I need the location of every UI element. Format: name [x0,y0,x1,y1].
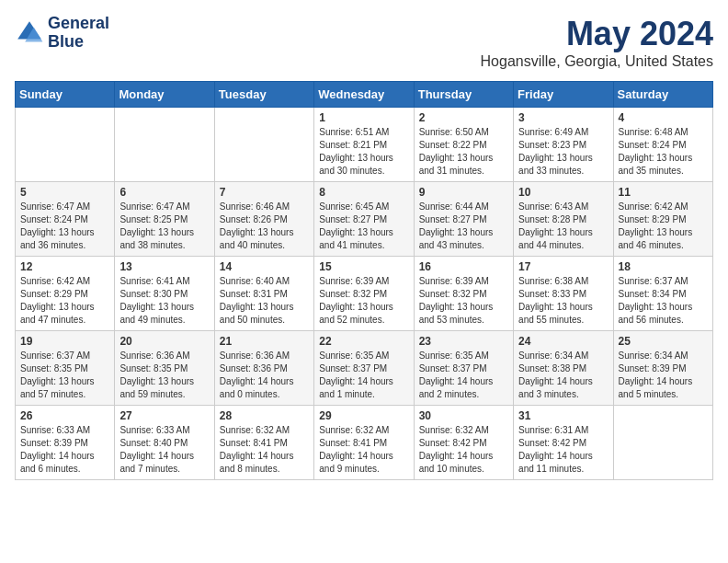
day-info: Sunrise: 6:39 AM Sunset: 8:32 PM Dayligh… [419,275,508,327]
day-info: Sunrise: 6:36 AM Sunset: 8:35 PM Dayligh… [119,350,209,401]
day-number: 6 [119,186,209,199]
calendar-cell: 6Sunrise: 6:47 AM Sunset: 8:25 PM Daylig… [115,182,214,257]
calendar-cell: 31Sunrise: 6:31 AM Sunset: 8:42 PM Dayli… [514,406,613,480]
calendar-cell: 26Sunrise: 6:33 AM Sunset: 8:39 PM Dayli… [16,406,115,480]
day-number: 14 [220,260,309,273]
title-section: May 2024 Hogansville, Georgia, United St… [481,15,713,70]
day-info: Sunrise: 6:49 AM Sunset: 8:23 PM Dayligh… [518,126,608,178]
calendar-cell: 17Sunrise: 6:38 AM Sunset: 8:33 PM Dayli… [514,257,613,331]
calendar-cell: 1Sunrise: 6:51 AM Sunset: 8:21 PM Daylig… [314,108,414,182]
calendar-cell: 28Sunrise: 6:32 AM Sunset: 8:41 PM Dayli… [214,406,313,480]
day-number: 29 [319,409,408,422]
calendar-cell: 21Sunrise: 6:36 AM Sunset: 8:36 PM Dayli… [214,331,313,406]
day-info: Sunrise: 6:40 AM Sunset: 8:31 PM Dayligh… [220,275,309,327]
day-number: 7 [220,186,309,199]
calendar-cell [613,406,712,480]
day-info: Sunrise: 6:44 AM Sunset: 8:27 PM Dayligh… [419,201,508,252]
day-info: Sunrise: 6:47 AM Sunset: 8:25 PM Dayligh… [119,201,209,252]
calendar-cell: 18Sunrise: 6:37 AM Sunset: 8:34 PM Dayli… [613,257,712,331]
day-info: Sunrise: 6:37 AM Sunset: 8:34 PM Dayligh… [619,275,708,327]
day-info: Sunrise: 6:35 AM Sunset: 8:37 PM Dayligh… [319,350,408,401]
day-number: 8 [319,186,408,199]
day-info: Sunrise: 6:33 AM Sunset: 8:40 PM Dayligh… [119,424,209,476]
day-info: Sunrise: 6:42 AM Sunset: 8:29 PM Dayligh… [20,275,109,327]
day-info: Sunrise: 6:34 AM Sunset: 8:39 PM Dayligh… [619,350,708,401]
logo-text: General Blue [48,15,109,52]
calendar-cell: 2Sunrise: 6:50 AM Sunset: 8:22 PM Daylig… [414,108,513,182]
weekday-header: Wednesday [314,82,414,108]
day-number: 25 [619,335,708,348]
calendar-cell: 14Sunrise: 6:40 AM Sunset: 8:31 PM Dayli… [214,257,313,331]
day-number: 21 [220,335,309,348]
day-number: 16 [419,260,508,273]
calendar-cell [115,108,214,182]
calendar-cell: 25Sunrise: 6:34 AM Sunset: 8:39 PM Dayli… [613,331,712,406]
day-info: Sunrise: 6:32 AM Sunset: 8:41 PM Dayligh… [319,424,408,476]
day-info: Sunrise: 6:32 AM Sunset: 8:41 PM Dayligh… [220,424,309,476]
logo-icon [15,18,44,48]
calendar-cell: 7Sunrise: 6:46 AM Sunset: 8:26 PM Daylig… [214,182,313,257]
calendar-cell: 16Sunrise: 6:39 AM Sunset: 8:32 PM Dayli… [414,257,513,331]
day-info: Sunrise: 6:38 AM Sunset: 8:33 PM Dayligh… [518,275,608,327]
day-info: Sunrise: 6:45 AM Sunset: 8:27 PM Dayligh… [319,201,408,252]
calendar-week-row: 19Sunrise: 6:37 AM Sunset: 8:35 PM Dayli… [16,331,713,406]
day-number: 20 [119,335,209,348]
day-number: 22 [319,335,408,348]
day-info: Sunrise: 6:36 AM Sunset: 8:36 PM Dayligh… [220,350,309,401]
calendar-week-row: 5Sunrise: 6:47 AM Sunset: 8:24 PM Daylig… [16,182,713,257]
calendar-cell: 9Sunrise: 6:44 AM Sunset: 8:27 PM Daylig… [414,182,513,257]
logo: General Blue [15,15,109,52]
calendar-cell: 29Sunrise: 6:32 AM Sunset: 8:41 PM Dayli… [314,406,414,480]
day-number: 28 [220,409,309,422]
calendar-cell: 10Sunrise: 6:43 AM Sunset: 8:28 PM Dayli… [514,182,613,257]
calendar-cell: 19Sunrise: 6:37 AM Sunset: 8:35 PM Dayli… [16,331,115,406]
calendar-cell: 12Sunrise: 6:42 AM Sunset: 8:29 PM Dayli… [16,257,115,331]
calendar-cell: 23Sunrise: 6:35 AM Sunset: 8:37 PM Dayli… [414,331,513,406]
weekday-header: Monday [115,82,214,108]
day-info: Sunrise: 6:50 AM Sunset: 8:22 PM Dayligh… [419,126,508,178]
day-number: 11 [619,186,708,199]
day-number: 4 [619,111,708,124]
weekday-header: Friday [514,82,613,108]
weekday-header: Sunday [16,82,115,108]
day-info: Sunrise: 6:47 AM Sunset: 8:24 PM Dayligh… [20,201,109,252]
calendar-cell: 13Sunrise: 6:41 AM Sunset: 8:30 PM Dayli… [115,257,214,331]
calendar-cell: 27Sunrise: 6:33 AM Sunset: 8:40 PM Dayli… [115,406,214,480]
day-number: 9 [419,186,508,199]
calendar-week-row: 26Sunrise: 6:33 AM Sunset: 8:39 PM Dayli… [16,406,713,480]
month-title: May 2024 [481,15,713,53]
calendar-week-row: 1Sunrise: 6:51 AM Sunset: 8:21 PM Daylig… [16,108,713,182]
day-number: 26 [20,409,109,422]
day-number: 17 [518,260,608,273]
day-info: Sunrise: 6:43 AM Sunset: 8:28 PM Dayligh… [518,201,608,252]
day-info: Sunrise: 6:35 AM Sunset: 8:37 PM Dayligh… [419,350,508,401]
day-number: 10 [518,186,608,199]
day-number: 30 [419,409,508,422]
day-number: 1 [319,111,408,124]
weekday-header: Saturday [613,82,712,108]
calendar-cell: 4Sunrise: 6:48 AM Sunset: 8:24 PM Daylig… [613,108,712,182]
day-info: Sunrise: 6:41 AM Sunset: 8:30 PM Dayligh… [119,275,209,327]
calendar-cell: 3Sunrise: 6:49 AM Sunset: 8:23 PM Daylig… [514,108,613,182]
calendar-cell: 24Sunrise: 6:34 AM Sunset: 8:38 PM Dayli… [514,331,613,406]
calendar-cell: 15Sunrise: 6:39 AM Sunset: 8:32 PM Dayli… [314,257,414,331]
day-info: Sunrise: 6:48 AM Sunset: 8:24 PM Dayligh… [619,126,708,178]
weekday-header: Thursday [414,82,513,108]
weekday-header: Tuesday [214,82,313,108]
day-number: 12 [20,260,109,273]
calendar-cell: 5Sunrise: 6:47 AM Sunset: 8:24 PM Daylig… [16,182,115,257]
calendar-cell: 8Sunrise: 6:45 AM Sunset: 8:27 PM Daylig… [314,182,414,257]
day-info: Sunrise: 6:42 AM Sunset: 8:29 PM Dayligh… [619,201,708,252]
calendar-cell: 11Sunrise: 6:42 AM Sunset: 8:29 PM Dayli… [613,182,712,257]
day-number: 24 [518,335,608,348]
day-info: Sunrise: 6:37 AM Sunset: 8:35 PM Dayligh… [20,350,109,401]
day-number: 31 [518,409,608,422]
calendar-cell [214,108,313,182]
calendar-cell: 22Sunrise: 6:35 AM Sunset: 8:37 PM Dayli… [314,331,414,406]
page-header: General Blue May 2024 Hogansville, Georg… [15,15,713,70]
day-number: 15 [319,260,408,273]
calendar-cell [16,108,115,182]
day-number: 18 [619,260,708,273]
calendar-week-row: 12Sunrise: 6:42 AM Sunset: 8:29 PM Dayli… [16,257,713,331]
day-number: 13 [119,260,209,273]
